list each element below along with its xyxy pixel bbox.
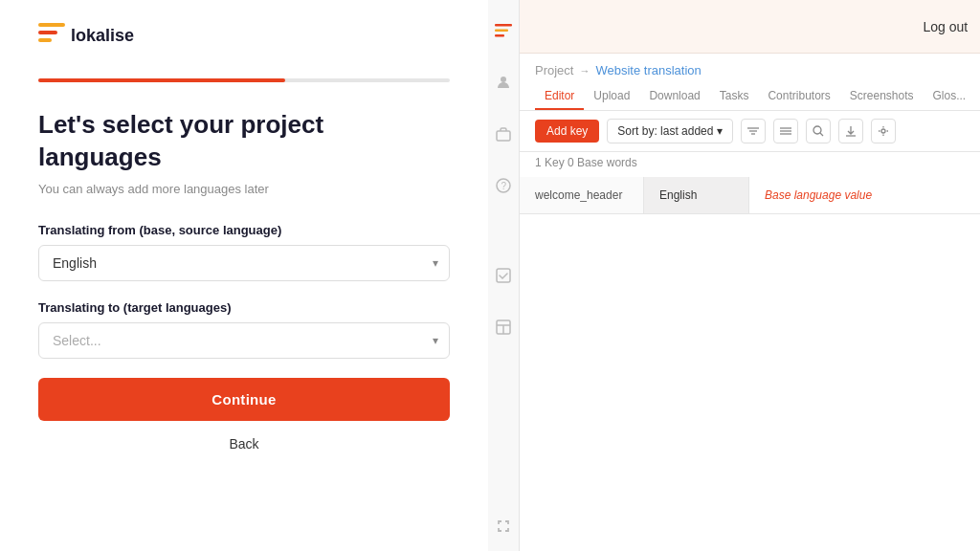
logo-area: lokalise — [38, 23, 450, 48]
svg-rect-4 — [495, 30, 508, 33]
svg-rect-10 — [497, 269, 510, 282]
help-icon[interactable]: ? — [488, 170, 519, 201]
sort-chevron-icon: ▾ — [717, 124, 723, 138]
menu-icon[interactable] — [488, 15, 519, 46]
translation-value: Base language value — [765, 188, 872, 202]
logout-button[interactable]: Log out — [924, 19, 969, 34]
table-row: welcome_header English Base language val… — [520, 177, 980, 214]
add-key-button[interactable]: Add key — [535, 120, 599, 143]
svg-rect-5 — [495, 34, 504, 37]
key-cell: welcome_header — [520, 177, 644, 213]
tab-editor[interactable]: Editor — [535, 83, 584, 110]
svg-point-20 — [813, 126, 821, 134]
tab-upload[interactable]: Upload — [584, 83, 639, 110]
briefcase-icon[interactable] — [488, 119, 519, 149]
right-panel: ? Log out Proj — [488, 0, 980, 551]
svg-rect-1 — [38, 31, 57, 34]
settings-icon-btn[interactable] — [871, 119, 896, 143]
search-icon-btn[interactable] — [806, 119, 831, 143]
base-language-select[interactable]: English — [38, 245, 450, 281]
logo-icon — [38, 23, 65, 48]
svg-rect-7 — [497, 131, 510, 141]
nav-tabs: Editor Upload Download Tasks Contributor… — [520, 83, 980, 111]
users-icon[interactable] — [488, 67, 519, 98]
target-language-label: Translating to (target languages) — [38, 300, 450, 315]
translation-table: welcome_header English Base language val… — [520, 177, 980, 551]
sort-filter-button[interactable]: Sort by: last added ▾ — [607, 119, 733, 143]
svg-line-21 — [820, 133, 823, 136]
download-icon-btn[interactable] — [838, 119, 863, 143]
progress-bar-fill — [38, 78, 285, 82]
breadcrumb-arrow: → — [579, 65, 590, 77]
svg-rect-3 — [495, 24, 512, 27]
left-panel: lokalise Let's select your project langu… — [0, 0, 488, 551]
svg-text:?: ? — [501, 181, 507, 191]
svg-rect-0 — [38, 23, 65, 27]
expand-icon[interactable] — [488, 511, 519, 541]
logo-text: lokalise — [71, 26, 134, 46]
stats-bar: 1 Key 0 Base words — [520, 152, 980, 177]
back-button[interactable]: Back — [38, 436, 450, 452]
main-content: Log out Project → Website translation Ed… — [520, 0, 980, 551]
top-bar: Log out — [520, 0, 980, 54]
target-language-select-wrapper: Select... French German Spanish ▾ — [38, 322, 450, 359]
tab-tasks[interactable]: Tasks — [710, 83, 759, 110]
svg-point-6 — [501, 77, 506, 82]
page-subtitle: You can always add more languages later — [38, 182, 450, 196]
key-value: welcome_header — [535, 188, 622, 202]
breadcrumb: Project → Website translation — [520, 54, 980, 83]
value-cell[interactable]: Base language value — [749, 177, 980, 213]
svg-rect-2 — [38, 38, 52, 42]
sort-label: Sort by: last added — [617, 124, 713, 138]
tab-screenshots[interactable]: Screenshots — [840, 83, 924, 110]
toolbar: Add key Sort by: last added ▾ — [520, 111, 980, 152]
base-language-select-wrapper: English ▾ — [38, 245, 450, 281]
progress-bar-container — [38, 78, 450, 82]
tab-download[interactable]: Download — [639, 83, 709, 110]
lang-cell[interactable]: English — [644, 177, 749, 213]
sidebar-icons: ? — [488, 0, 520, 551]
check-square-icon[interactable] — [488, 260, 519, 291]
tab-glossary[interactable]: Glos... — [924, 83, 976, 110]
lang-value: English — [659, 188, 697, 202]
target-language-select[interactable]: Select... French German Spanish — [38, 322, 450, 359]
columns-icon-btn[interactable] — [773, 119, 798, 143]
continue-button[interactable]: Continue — [38, 378, 450, 421]
page-title: Let's select your project languages — [38, 109, 450, 174]
table2-icon[interactable] — [488, 312, 519, 342]
breadcrumb-current[interactable]: Website translation — [595, 63, 701, 77]
svg-point-23 — [881, 129, 885, 133]
tab-contributors[interactable]: Contributors — [758, 83, 839, 110]
base-language-label: Translating from (base, source language) — [38, 223, 450, 237]
breadcrumb-project: Project — [535, 63, 573, 77]
filter-icon-btn[interactable] — [741, 119, 766, 143]
